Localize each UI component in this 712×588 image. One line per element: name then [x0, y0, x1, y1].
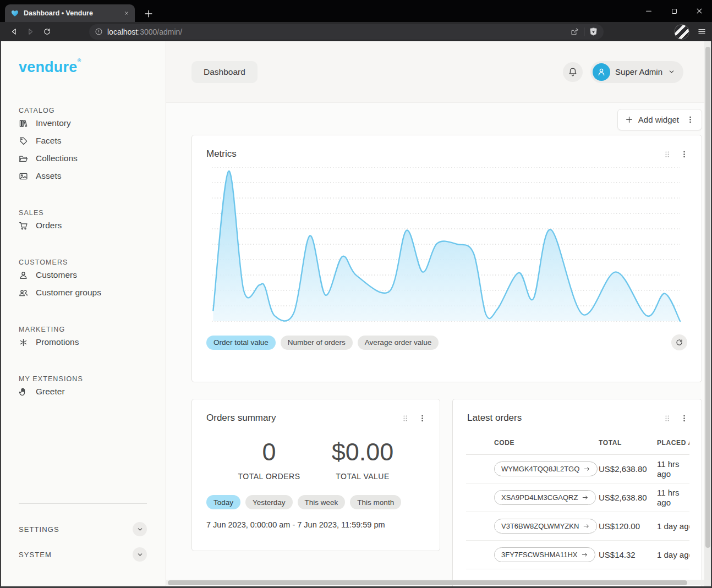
- url-bar-divider: [584, 28, 584, 36]
- sidebar-section-label: MARKETING: [19, 326, 166, 333]
- browser-menu-icon[interactable]: [697, 27, 706, 36]
- orders-summary-chip-this-month[interactable]: This month: [350, 495, 401, 509]
- sidebar-item-label: Greeter: [36, 387, 65, 397]
- sidebar-item-assets[interactable]: Assets: [19, 167, 166, 185]
- hand-icon: [19, 387, 28, 397]
- browser-window: Dashboard • Vendure localhost:3000/admin…: [0, 0, 712, 588]
- order-code: V3T6BW8ZQLWMYZKN: [501, 522, 579, 530]
- sidebar-item-promotions[interactable]: Promotions: [19, 333, 166, 351]
- window-close-button[interactable]: [687, 0, 712, 22]
- widgets-row: Orders summary 0 TOTAL ORDERS $0.00: [191, 399, 702, 586]
- collapsed-section-label: SETTINGS: [19, 525, 59, 534]
- chevron-down-icon: [136, 525, 144, 534]
- sidebar-section-marketing: MARKETING Promotions: [19, 326, 166, 351]
- order-code: WYMGK4TQQ8JL2TGQ: [501, 465, 579, 473]
- tag-icon: [19, 136, 28, 146]
- drag-handle-icon[interactable]: [663, 150, 671, 158]
- forward-button[interactable]: [22, 24, 39, 40]
- vertical-scrollbar-thumb[interactable]: [705, 47, 710, 548]
- user-avatar: [593, 63, 610, 81]
- sidebar-item-orders[interactable]: Orders: [19, 217, 166, 234]
- column-placed-at: PLACED AT: [657, 439, 689, 447]
- reload-button[interactable]: [39, 24, 55, 40]
- sidebar-item-facets[interactable]: Facets: [19, 132, 166, 150]
- browser-tab[interactable]: Dashboard • Vendure: [5, 4, 135, 22]
- sidebar-item-label: Collections: [36, 153, 78, 163]
- metrics-chip-order-total-value[interactable]: Order total value: [206, 336, 276, 350]
- user-menu-button[interactable]: Super Admin: [590, 61, 683, 83]
- back-button[interactable]: [6, 24, 22, 40]
- orders-summary-chip-yesterday[interactable]: Yesterday: [245, 495, 293, 509]
- page-title[interactable]: Dashboard: [191, 61, 258, 83]
- expand-system-button[interactable]: [133, 547, 147, 562]
- sidebar-item-label: Facets: [36, 136, 62, 146]
- order-code-link[interactable]: WYMGK4TQQ8JL2TGQ: [494, 461, 598, 476]
- image-icon: [19, 172, 28, 181]
- tab-close-icon[interactable]: [124, 10, 129, 16]
- refresh-icon: [675, 338, 683, 347]
- widget-menu-icon[interactable]: [418, 414, 426, 422]
- drag-handle-icon[interactable]: [401, 414, 409, 422]
- sidebar-collapsed-system[interactable]: SYSTEM: [19, 546, 147, 563]
- window-controls: [636, 0, 712, 22]
- sidebar-item-customers[interactable]: Customers: [19, 266, 166, 284]
- table-body: WYMGK4TQQ8JL2TGQ US$2,638.80 11 hrsago X…: [466, 455, 689, 569]
- drag-handle-icon[interactable]: [663, 414, 671, 422]
- vertical-scrollbar[interactable]: [704, 41, 711, 586]
- order-code-link[interactable]: XSA9PD4LM3CGAQRZ: [494, 490, 596, 505]
- registered-mark: ®: [77, 58, 81, 63]
- add-widget-button[interactable]: Add widget: [617, 109, 702, 130]
- user-icon: [596, 67, 606, 77]
- order-row: V3T6BW8ZQLWMYZKN US$120.00 1 day ago: [466, 512, 689, 541]
- order-code-link[interactable]: 3FY7FSCWSHMA11HX: [494, 547, 595, 562]
- sidebar-item-greeter[interactable]: Greeter: [19, 383, 166, 400]
- column-code: CODE: [494, 439, 599, 447]
- site-info-icon[interactable]: [95, 28, 103, 36]
- users-icon: [19, 288, 28, 298]
- url-bar[interactable]: localhost:3000/admin/: [89, 24, 604, 40]
- date-range-text: 7 Jun 2023, 0:00:00 am - 7 Jun 2023, 11:…: [192, 509, 440, 529]
- sidebar-section-label: SALES: [19, 209, 166, 217]
- order-total: US$2,638.80: [599, 493, 657, 502]
- metrics-chip-number-of-orders[interactable]: Number of orders: [281, 336, 353, 350]
- widget-menu-icon[interactable]: [680, 414, 688, 422]
- order-placed-at: 1 day ago: [657, 550, 689, 560]
- order-code-link[interactable]: V3T6BW8ZQLWMYZKN: [494, 519, 597, 534]
- refresh-button[interactable]: [671, 334, 687, 350]
- user-name: Super Admin: [615, 67, 662, 76]
- orders-summary-chip-today[interactable]: Today: [206, 495, 240, 509]
- new-tab-button[interactable]: [144, 9, 154, 19]
- sidebar-item-customer-groups[interactable]: Customer groups: [19, 284, 166, 301]
- arrow-right-icon: [583, 523, 590, 530]
- widget-menu-icon[interactable]: [680, 150, 688, 158]
- sidebar-item-label: Customer groups: [36, 288, 101, 298]
- add-widget-label: Add widget: [638, 115, 679, 124]
- sidebar-item-inventory[interactable]: Inventory: [19, 114, 166, 132]
- window-minimize-button[interactable]: [636, 0, 661, 22]
- horizontal-scrollbar[interactable]: [166, 580, 704, 585]
- metrics-chip-average-order-value[interactable]: Average order value: [358, 336, 439, 350]
- order-total: US$14.32: [599, 550, 657, 559]
- notifications-button[interactable]: [563, 62, 583, 82]
- window-maximize-button[interactable]: [661, 0, 687, 22]
- page-header: Dashboard Super Admin: [166, 41, 704, 103]
- order-row: WYMGK4TQQ8JL2TGQ US$2,638.80 11 hrsago: [466, 455, 689, 483]
- sidebar-section-sales: SALES Orders: [19, 209, 166, 234]
- brave-shield-icon[interactable]: [589, 27, 598, 36]
- folder-icon: [19, 154, 28, 163]
- sidebar-collapsed-settings[interactable]: SETTINGS: [19, 520, 147, 538]
- share-icon[interactable]: [570, 27, 579, 36]
- sidebar-section-label: CUSTOMERS: [19, 259, 166, 266]
- order-row: XSA9PD4LM3CGAQRZ US$2,638.80 11 hrsago: [466, 483, 689, 512]
- orders-summary-chip-this-week[interactable]: This week: [298, 495, 346, 509]
- add-widget-kebab-icon[interactable]: [686, 116, 694, 124]
- arrow-right-icon: [581, 551, 588, 558]
- horizontal-scrollbar-thumb[interactable]: [168, 580, 687, 585]
- plus-icon: [625, 116, 633, 124]
- sidebar-item-collections[interactable]: Collections: [19, 150, 166, 167]
- metrics-chart: [211, 167, 681, 322]
- sidebar-bottom: SETTINGS SYSTEM: [19, 503, 147, 563]
- browser-profile-avatar[interactable]: [674, 24, 689, 40]
- latest-orders-header: Latest orders: [453, 399, 702, 424]
- expand-settings-button[interactable]: [133, 522, 147, 536]
